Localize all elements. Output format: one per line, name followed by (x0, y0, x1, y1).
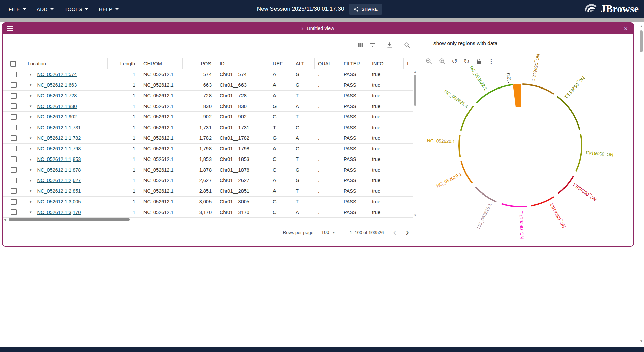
location-link[interactable]: NC_052612.1:1,731 (37, 125, 81, 130)
location-link[interactable]: NC_052612.1:1,782 (37, 135, 81, 141)
column-header-ref[interactable]: REF (269, 58, 292, 69)
page-scroll-thumb[interactable] (640, 30, 643, 52)
scroll-up-icon[interactable]: ▲ (414, 69, 417, 74)
close-icon[interactable]: × (624, 25, 628, 32)
expand-row-icon[interactable]: ▾ (30, 178, 32, 183)
column-header-length[interactable]: Length (108, 58, 140, 69)
expand-row-icon[interactable]: ▾ (30, 83, 32, 87)
chromosome-label[interactable]: NC_052618.1 (476, 202, 493, 230)
row-checkbox[interactable] (11, 199, 17, 205)
page-scroll-up-icon[interactable]: ▲ (640, 24, 643, 28)
chromosome-label[interactable]: NC_052619.1 (435, 171, 462, 188)
chromosome-arc[interactable] (459, 135, 460, 157)
column-header-i[interactable]: I (404, 58, 413, 69)
location-link[interactable]: NC_052612.1:728 (37, 93, 77, 98)
chromosome-arc[interactable] (502, 204, 527, 207)
rotate-counterclockwise-icon[interactable]: ↺ (452, 58, 458, 65)
horizontal-scroll-thumb[interactable] (9, 218, 130, 221)
download-icon[interactable] (386, 42, 393, 48)
search-icon[interactable] (404, 42, 410, 48)
location-link[interactable]: NC_052612.1:830 (37, 104, 77, 109)
location-link[interactable]: NC_052612.1:2,627 (37, 178, 81, 183)
previous-page-button[interactable]: ‹ (393, 227, 396, 237)
row-checkbox[interactable] (11, 209, 17, 215)
selected-region-wedge[interactable] (513, 84, 521, 107)
row-checkbox[interactable] (11, 188, 17, 194)
chromosome-label[interactable]: NC_052617.1 (519, 211, 525, 239)
chromosome-arc[interactable] (461, 106, 473, 131)
location-link[interactable]: NC_052612.1:3,170 (37, 210, 81, 215)
expand-row-icon[interactable]: ▾ (30, 168, 32, 172)
filter-icon[interactable] (369, 42, 376, 48)
menu-help[interactable]: HELP (99, 6, 119, 12)
chromosome-arc[interactable] (557, 97, 580, 130)
location-link[interactable]: NC_052612.1:3,005 (37, 199, 81, 204)
chromosome-arc[interactable] (476, 84, 513, 103)
row-checkbox[interactable] (11, 82, 17, 88)
page-scroll-down-icon[interactable]: ▼ (640, 339, 643, 343)
zoom-in-icon[interactable] (439, 58, 446, 65)
column-header-chrom[interactable]: CHROM (140, 58, 183, 69)
chromosome-arc[interactable] (576, 134, 582, 171)
expand-row-icon[interactable]: ▾ (30, 136, 32, 140)
row-checkbox[interactable] (11, 146, 17, 151)
columns-icon[interactable] (357, 42, 364, 48)
expand-row-icon[interactable]: ▾ (30, 200, 32, 204)
view-title-group[interactable]: › Untitled view (302, 26, 334, 31)
rows-per-page-select[interactable]: 100 ▾ (321, 230, 335, 235)
row-checkbox[interactable] (11, 135, 17, 141)
expand-row-icon[interactable]: ▾ (30, 72, 32, 77)
location-link[interactable]: NC_052612.1:1,878 (37, 167, 81, 173)
expand-row-icon[interactable]: ▾ (30, 125, 32, 130)
expand-row-icon[interactable]: ▾ (30, 94, 32, 98)
chromosome-arc[interactable] (558, 176, 574, 193)
location-link[interactable]: NC_052612.1:902 (37, 114, 77, 119)
chromosome-arc[interactable] (461, 161, 472, 183)
expand-row-icon[interactable]: ▾ (30, 189, 32, 193)
menu-tools[interactable]: TOOLS (64, 6, 88, 12)
zoom-out-icon[interactable] (425, 58, 432, 65)
chromosome-label[interactable]: NC_052621.1 (443, 89, 469, 109)
row-checkbox[interactable] (11, 178, 17, 183)
chromosome-label[interactable]: NC_052614.1 (585, 150, 613, 157)
row-checkbox[interactable] (11, 103, 17, 109)
chromosome-label[interactable]: NC_052620.1 (427, 138, 455, 144)
expand-row-icon[interactable]: ▾ (30, 115, 32, 119)
location-link[interactable]: NC_052612.1:574 (37, 72, 77, 77)
column-header-filter[interactable]: FILTER (340, 58, 368, 69)
scroll-left-icon[interactable]: ◀ (4, 218, 6, 221)
show-regions-checkbox[interactable] (423, 41, 428, 46)
table-horizontal-scrollbar[interactable]: ◀ (3, 217, 413, 222)
chromosome-label[interactable]: NC_052615.1 (572, 182, 598, 202)
row-checkbox[interactable] (11, 114, 17, 120)
menu-add[interactable]: ADD (37, 6, 54, 12)
column-header-id[interactable]: ID (216, 58, 269, 69)
view-menu-icon[interactable] (7, 26, 13, 31)
chromosome-arc[interactable] (476, 187, 496, 202)
share-button[interactable]: SHARE (349, 4, 382, 15)
rotate-clockwise-icon[interactable]: ↻ (464, 58, 470, 65)
location-link[interactable]: NC_052612.1:1,798 (37, 146, 81, 151)
select-all-checkbox[interactable] (10, 61, 16, 67)
expand-row-icon[interactable]: ▾ (30, 146, 32, 151)
more-options-icon[interactable]: ⋮ (488, 58, 494, 64)
location-link[interactable]: NC_052612.1:1,853 (37, 156, 81, 162)
row-checkbox[interactable] (11, 156, 17, 162)
expand-row-icon[interactable]: ▾ (30, 104, 32, 108)
row-checkbox[interactable] (11, 125, 17, 130)
scroll-down-icon[interactable]: ▼ (414, 213, 417, 218)
column-header-qual[interactable]: QUAL (315, 58, 340, 69)
next-page-button[interactable]: › (406, 227, 409, 237)
chromosome-label[interactable]: NC_052622.1 (469, 65, 488, 91)
lock-icon[interactable] (476, 58, 482, 65)
location-link[interactable]: NC_052612.1:2,851 (37, 188, 81, 194)
table-vertical-scrollbar[interactable]: ▲ ▼ (413, 69, 418, 218)
minimize-icon[interactable] (611, 30, 615, 30)
column-header-pos[interactable]: POS (183, 58, 216, 69)
row-checkbox[interactable] (11, 72, 17, 77)
row-checkbox[interactable] (11, 167, 17, 173)
expand-row-icon[interactable]: ▾ (30, 157, 32, 162)
expand-row-icon[interactable]: ▾ (30, 210, 32, 214)
menu-file[interactable]: FILE (9, 6, 26, 12)
chromosome-arc[interactable] (522, 84, 554, 94)
